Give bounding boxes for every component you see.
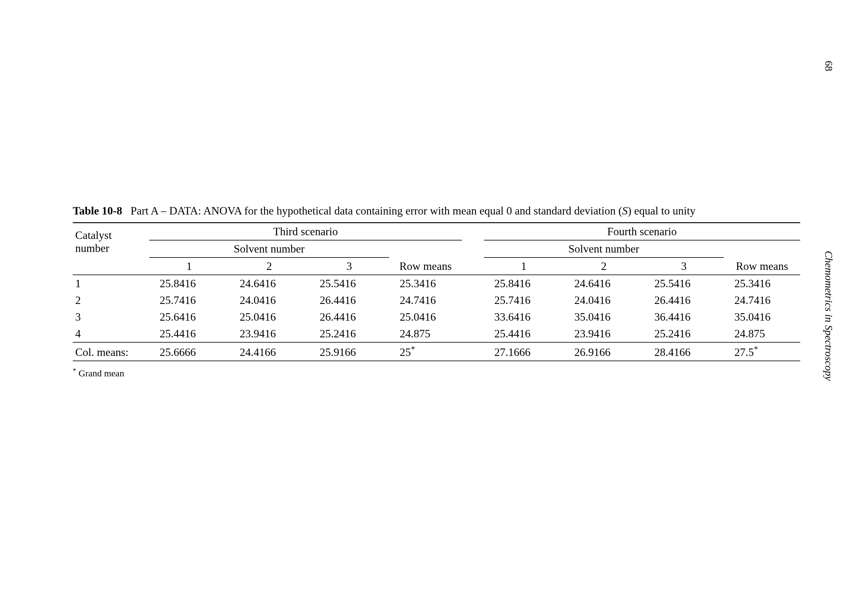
caption-text-3: ) equal to unity [628,205,695,217]
row-label: 3 [73,308,149,325]
cell-rowmean: 25.0416 [389,308,462,325]
cell: 25.4416 [149,325,229,342]
header-row-1: Catalyst number Third scenario Fourth sc… [73,223,800,240]
cell: 25.2416 [309,325,390,342]
cell: 26.4416 [309,292,390,308]
cell: 25.6416 [149,308,229,325]
cell: 25.2416 [644,325,724,342]
cell: 25.5416 [309,275,390,292]
row-label: 1 [73,275,149,292]
cell-rowmean: 24.875 [389,325,462,342]
row-label: 4 [73,325,149,342]
header-col-4-1: 1 [484,258,564,275]
page: 68 Chemometrics in Spectroscopy Table 10… [0,0,868,593]
header-scenario-4: Fourth scenario [484,223,800,240]
cell: 25.7416 [149,292,229,308]
header-col-3-2: 2 [229,258,309,275]
row-label: 2 [73,292,149,308]
header-gap [462,223,484,240]
header-col-4-3: 3 [644,258,724,275]
asterisk-icon: * [73,367,76,375]
col-mean: 27.1666 [484,342,564,361]
col-means-label: Col. means: [73,342,149,361]
cell: 24.0416 [229,292,309,308]
grand-mean-3: 25* [389,342,462,361]
cell: 26.4416 [644,292,724,308]
cell: 36.4416 [644,308,724,325]
book-running-title: Chemometrics in Spectroscopy [823,251,834,381]
grand-mean-4: 27.5* [724,342,800,361]
cell-rowmean: 24.7416 [389,292,462,308]
cell-gap [462,275,484,292]
cell-gap [462,325,484,342]
cell: 23.9416 [564,325,644,342]
header-row-2: Solvent number Row means Solvent number … [73,240,800,258]
cell: 23.9416 [229,325,309,342]
header-scenario-3: Third scenario [149,223,462,240]
data-table: Catalyst number Third scenario Fourth sc… [73,222,800,361]
col-mean: 28.4166 [644,342,724,361]
cell: 25.4416 [484,325,564,342]
cell: 25.8416 [484,275,564,292]
cell: 35.0416 [564,308,644,325]
header-rowmeans-4: Row means [724,240,800,275]
grand-mean-4-val: 27.5 [734,346,754,358]
col-mean: 25.6666 [149,342,229,361]
cell-rowmean: 25.3416 [724,275,800,292]
table-label: Table 10-8 [73,205,122,217]
header-gap-2 [462,240,484,258]
caption-text-2: Part A – DATA: ANOVA for the hypothetica… [131,205,622,217]
cell: 25.7416 [484,292,564,308]
header-gap-3 [462,258,484,275]
col-mean: 24.4166 [229,342,309,361]
header-solvent-3: Solvent number [149,240,390,258]
cell-gap [462,308,484,325]
header-col-3-3: 3 [309,258,390,275]
col-mean: 26.9166 [564,342,644,361]
caption-S: S [622,205,628,217]
cell-rowmean: 24.7416 [724,292,800,308]
caption-text-1 [125,205,131,217]
cell-rowmean: 25.3416 [389,275,462,292]
table-row: 4 25.4416 23.9416 25.2416 24.875 25.4416… [73,325,800,342]
cell: 24.6416 [564,275,644,292]
col-mean: 25.9166 [309,342,390,361]
cell: 33.6416 [484,308,564,325]
cell-rowmean: 24.875 [724,325,800,342]
cell: 25.8416 [149,275,229,292]
cell-gap [462,292,484,308]
page-number: 68 [823,60,834,71]
header-rowmeans-3: Row means [389,240,462,275]
table-caption: Table 10-8 Part A – DATA: ANOVA for the … [73,204,800,217]
cell-rowmean: 35.0416 [724,308,800,325]
table-row: 2 25.7416 24.0416 26.4416 24.7416 25.741… [73,292,800,308]
cell: 25.0416 [229,308,309,325]
header-solvent-4: Solvent number [484,240,724,258]
cell-gap [462,342,484,361]
grand-mean-3-val: 25 [400,346,411,358]
cell: 26.4416 [309,308,390,325]
table-footnote: * Grand mean [73,367,800,379]
col-means-row: Col. means: 25.6666 24.4166 25.9166 25* … [73,342,800,361]
table-block: Table 10-8 Part A – DATA: ANOVA for the … [73,204,800,379]
asterisk-icon: * [411,344,415,354]
table-row: 1 25.8416 24.6416 25.5416 25.3416 25.841… [73,275,800,292]
asterisk-icon: * [754,344,758,354]
cell: 24.6416 [229,275,309,292]
header-col-4-2: 2 [564,258,644,275]
cell: 24.0416 [564,292,644,308]
header-catalyst: Catalyst number [73,223,149,275]
header-col-3-1: 1 [149,258,229,275]
cell: 25.5416 [644,275,724,292]
table-row: 3 25.6416 25.0416 26.4416 25.0416 33.641… [73,308,800,325]
footnote-text: Grand mean [79,368,124,378]
